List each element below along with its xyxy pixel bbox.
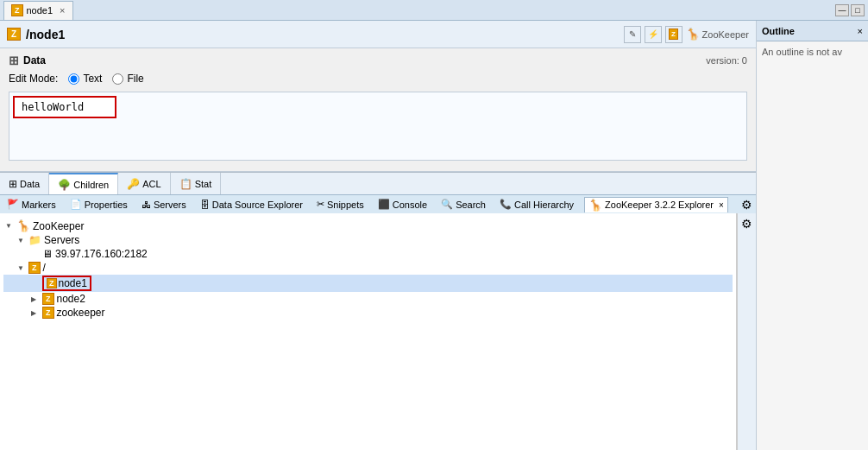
settings-area: ⚙: [741, 198, 752, 212]
children-tab-label: Children: [73, 180, 109, 190]
header-icon-btn-1[interactable]: ✎: [624, 26, 641, 43]
data-header: ⊞ Data version: 0: [9, 54, 747, 67]
children-tab-icon: 🌳: [58, 179, 71, 191]
tab-acl[interactable]: 🔑 ACL: [118, 173, 170, 194]
data-grid-icon: ⊞: [9, 54, 19, 67]
servers-icon: 🖧: [142, 200, 151, 210]
side-settings-icon[interactable]: ⚙: [741, 217, 752, 231]
tree-item-node2[interactable]: ▶ Z node2: [3, 292, 733, 306]
edit-icon: ✎: [629, 29, 636, 39]
bottom-bar-console[interactable]: ⬛ Console: [374, 198, 431, 211]
explorer-tree-panel: ▼ 🦒 ZooKeeper ▼ 📁 Servers 🖥 39.9: [0, 213, 737, 450]
editor-header: Z /node1 ✎ ⚡ Z 🦒 ZooKeeper: [0, 21, 756, 48]
text-content-box[interactable]: helloWorld: [13, 96, 116, 118]
tree-item-zookeeper-node[interactable]: ▶ Z zookeeper: [3, 306, 733, 320]
restore-button[interactable]: □: [851, 4, 865, 16]
radio-text-span: Text: [83, 73, 102, 85]
version-text: version: 0: [706, 55, 747, 66]
acl-tab-label: ACL: [142, 179, 160, 189]
header-icon-btn-3[interactable]: Z: [665, 26, 682, 43]
header-node-icon: Z: [7, 28, 21, 41]
zookeeper-tree-icon: 🦒: [686, 28, 700, 41]
bottom-bar-snippets[interactable]: ✂ Snippets: [313, 198, 368, 211]
root-label: /: [43, 262, 46, 274]
bottom-bar-zookeeper-explorer[interactable]: 🦒 ZooKeeper 3.2.2 Explorer ×: [584, 197, 728, 212]
explorer-bottom: ▼ 🦒 ZooKeeper ▼ 📁 Servers 🖥 39.9: [0, 213, 756, 450]
minimize-button[interactable]: —: [835, 4, 849, 16]
stat-tab-icon: 📋: [179, 178, 192, 190]
header-icon-btn-2[interactable]: ⚡: [645, 26, 662, 43]
edit-mode-label: Edit Mode:: [9, 73, 58, 85]
zookeeper-node-label: zookeeper: [57, 307, 105, 319]
outline-content: An outline is not av: [757, 41, 868, 62]
bottom-bar-search[interactable]: 🔍 Search: [437, 198, 489, 211]
tree-item-server-address[interactable]: 🖥 39.97.176.160:2182: [3, 247, 733, 261]
root-arrow-icon: ▼: [17, 264, 26, 272]
outline-close-icon[interactable]: ×: [858, 26, 863, 36]
tab-children[interactable]: 🌳 Children: [49, 173, 118, 194]
server-icon: 🖥: [42, 248, 53, 260]
tree-item-zookeeper[interactable]: ▼ 🦒 ZooKeeper: [3, 219, 733, 233]
snippets-icon: ✂: [317, 199, 324, 210]
outline-text: An outline is not av: [762, 47, 842, 57]
bottom-bar-call-hierarchy[interactable]: 📞 Call Hierarchy: [496, 198, 577, 211]
zk-explorer-close-icon[interactable]: ×: [719, 200, 724, 210]
data-title: ⊞ Data: [9, 54, 46, 67]
explorer-tree: ▼ 🦒 ZooKeeper ▼ 📁 Servers 🖥 39.9: [0, 213, 736, 325]
zookeeper-explorer-icon: 🦒: [588, 199, 602, 212]
acl-tab-icon: 🔑: [127, 178, 140, 190]
editor-path-title: /node1: [26, 28, 65, 41]
radio-file-input[interactable]: [112, 73, 123, 85]
zk-node-icon: 🦒: [16, 219, 30, 232]
znode-small-icon: Z: [669, 29, 678, 40]
radio-text-label[interactable]: Text: [68, 73, 102, 85]
stat-tab-label: Stat: [195, 179, 212, 189]
editor-tab[interactable]: Z node1 ×: [3, 1, 73, 20]
servers-folder-icon: 📁: [28, 234, 41, 246]
data-tab-icon: ⊞: [9, 178, 17, 190]
bottom-bar-markers[interactable]: 🚩 Markers: [3, 198, 60, 211]
bottom-bar-datasource[interactable]: 🗄 Data Source Explorer: [197, 199, 306, 211]
header-icons: ✎ ⚡ Z 🦒 ZooKeeper: [624, 26, 749, 43]
servers-arrow-icon: ▼: [17, 237, 26, 244]
explorer-side-buttons: ⚙: [737, 213, 756, 450]
bottom-bar-servers[interactable]: 🖧 Servers: [138, 199, 190, 211]
zookeeper-header-label: 🦒 ZooKeeper: [686, 28, 749, 41]
tree-item-root[interactable]: ▼ Z /: [3, 261, 733, 275]
tab-data[interactable]: ⊞ Data: [0, 173, 49, 194]
node1-znode-icon: Z: [47, 278, 57, 288]
bottom-bar-properties[interactable]: 📄 Properties: [66, 198, 131, 211]
datasource-icon: 🗄: [200, 200, 210, 210]
node1-label: node1: [59, 277, 87, 289]
tab-node-icon: Z: [11, 4, 23, 16]
outline-tab-header: Outline ×: [757, 21, 868, 41]
settings-icon[interactable]: ⚙: [741, 198, 752, 212]
tree-item-node1[interactable]: Z node1: [3, 275, 733, 292]
zk-label: ZooKeeper: [33, 220, 84, 232]
outline-title: Outline: [762, 26, 795, 36]
tab-bar: Z node1 × — □: [0, 0, 868, 21]
console-icon: ⬛: [378, 199, 390, 210]
zookeeper-node-arrow: ▶: [31, 309, 40, 317]
server-address-label: 39.97.176.160:2182: [55, 248, 148, 260]
editor-bottom-tabs: ⊞ Data 🌳 Children 🔑 ACL 📋 Stat: [0, 172, 756, 194]
main-split: Z /node1 ✎ ⚡ Z 🦒 ZooKeeper: [0, 21, 868, 450]
node2-label: node2: [57, 293, 85, 305]
zk-arrow-icon: ▼: [5, 222, 14, 230]
servers-label: Servers: [44, 234, 79, 246]
radio-file-span: File: [127, 73, 143, 85]
tab-close-icon[interactable]: ×: [60, 5, 65, 16]
call-hierarchy-icon: 📞: [500, 199, 512, 210]
zookeeper-node-icon: Z: [42, 307, 54, 319]
tab-label: node1: [27, 5, 53, 16]
search-icon: 🔍: [441, 199, 453, 210]
radio-file-label[interactable]: File: [112, 73, 143, 85]
data-section: ⊞ Data version: 0 Edit Mode: Text File: [0, 48, 756, 172]
data-tab-label: Data: [20, 179, 40, 189]
radio-text-input[interactable]: [68, 73, 79, 85]
outline-panel: Outline × An outline is not av: [756, 21, 868, 450]
edit-mode-row: Edit Mode: Text File: [9, 73, 747, 85]
node1-selected-box: Z node1: [42, 276, 91, 291]
tree-item-servers[interactable]: ▼ 📁 Servers: [3, 233, 733, 247]
tab-stat[interactable]: 📋 Stat: [171, 173, 222, 194]
